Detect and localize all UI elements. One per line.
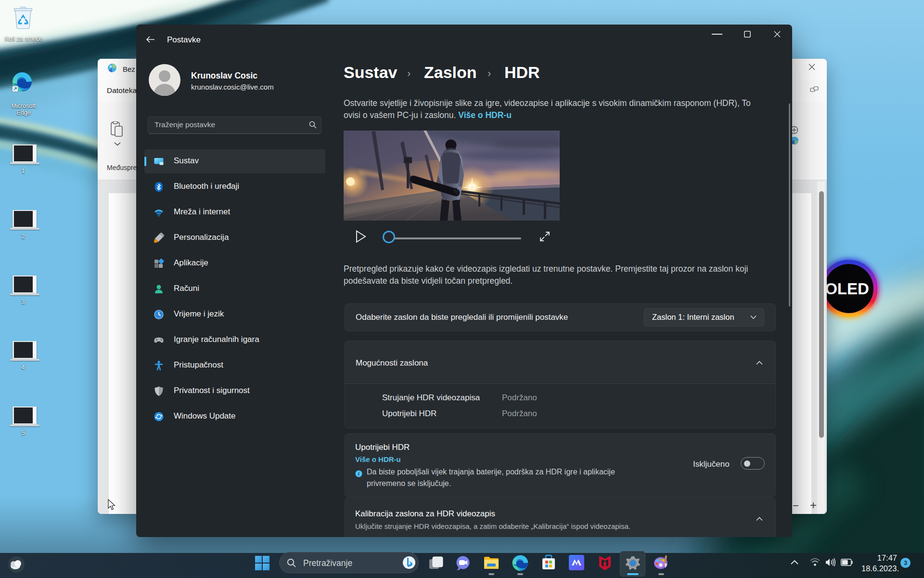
svg-text:OLED: OLED: [825, 280, 869, 298]
svg-text:i: i: [358, 471, 359, 476]
